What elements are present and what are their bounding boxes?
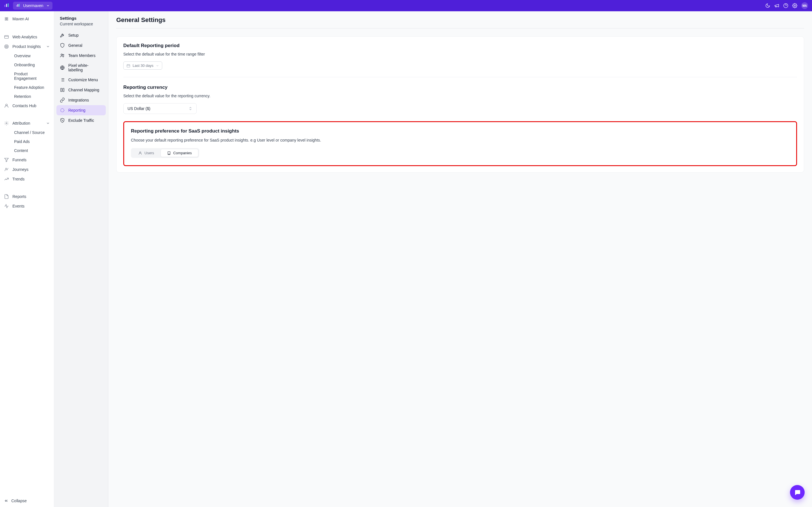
settings-card: Default Reporting period Select the defa… [116,36,804,173]
settings-item-general[interactable]: General [56,40,106,51]
sidebar-item-reports[interactable]: Reports [0,192,54,201]
sidebar-item-label: Web Analytics [12,35,37,39]
moon-icon [765,3,770,8]
sidebar-item-label: Funnels [12,158,26,162]
svg-point-17 [6,104,7,106]
wrench-icon [60,33,65,38]
sidebar-subitem-paid-ads[interactable]: Paid Ads [12,137,54,146]
settings-item-reporting[interactable]: Reporting [56,105,106,115]
reporting-preference-section: Reporting preference for SaaS product in… [123,121,797,166]
sidebar-item-attribution[interactable]: Attribution [0,118,54,128]
chat-icon [794,489,801,496]
settings-subtitle: Current workspace [56,22,106,30]
chevron-down-icon [46,4,50,7]
gear-icon [4,121,9,126]
settings-item-integrations[interactable]: Integrations [56,95,106,105]
settings-item-setup[interactable]: Setup [56,30,106,40]
settings-item-label: Channel Mapping [68,88,99,92]
chevron-down-icon [46,121,50,125]
reporting-period-value: Last 30 days [132,63,154,68]
app-logo [4,3,10,8]
sidebar-subitem-overview[interactable]: Overview [12,51,54,60]
settings-item-customize-menu[interactable]: Customize Menu [56,75,106,85]
preference-option-label: Companies [173,151,192,155]
settings-item-label: Setup [68,33,79,38]
preference-desc: Choose your default reporting preference… [131,138,790,143]
settings-item-exclude-traffic[interactable]: Exclude Traffic [56,115,106,125]
product-insights-submenu: Overview Onboarding Product Engagement F… [0,51,54,101]
settings-sidebar: Settings Current workspace Setup General… [54,11,108,507]
help-button[interactable] [783,3,788,8]
sidebar-item-label: Reports [12,194,26,199]
settings-item-channel-mapping[interactable]: Channel Mapping [56,85,106,95]
dotted-circle-icon [60,108,65,113]
people-icon [60,53,65,58]
svg-point-9 [6,19,7,19]
settings-item-team-members[interactable]: Team Members [56,51,106,61]
sidebar-item-contacts-hub[interactable]: Contacts Hub [0,101,54,111]
preference-toggle: Users Companies [131,148,199,158]
page-title: General Settings [116,16,804,24]
settings-item-label: Team Members [68,53,95,58]
list-icon [60,77,65,82]
sidebar-subitem-content[interactable]: Content [12,146,54,155]
preference-option-companies[interactable]: Companies [161,149,198,157]
chevron-down-icon [46,45,50,49]
megaphone-icon [774,3,779,8]
sidebar-subitem-feature-adoption[interactable]: Feature Adoption [12,83,54,92]
sidebar-item-product-insights[interactable]: Product Insights [0,42,54,51]
settings-title: Settings [56,15,106,22]
announcements-button[interactable] [774,3,779,8]
settings-item-label: Integrations [68,98,89,102]
currency-select[interactable]: US Dollar ($) [123,103,197,114]
reporting-period-heading: Default Reporting period [123,43,797,49]
user-icon [4,103,9,108]
svg-point-14 [4,45,8,49]
settings-item-label: Customize Menu [68,77,98,82]
svg-rect-30 [61,88,62,92]
workspace-switcher[interactable]: Usermaven [13,2,52,10]
svg-marker-19 [4,158,8,162]
sidebar-item-label: Journeys [12,167,29,172]
user-avatar[interactable]: MA [801,2,808,9]
theme-toggle[interactable] [765,3,770,8]
svg-rect-3 [16,5,17,7]
currency-desc: Select the default value for the reporti… [123,94,797,98]
chat-fab[interactable] [790,485,805,500]
route-icon [4,167,9,172]
currency-value: US Dollar ($) [127,106,150,111]
svg-point-32 [61,109,64,112]
attribution-submenu: Channel / Source Paid Ads Content [0,128,54,155]
browser-icon [4,35,9,40]
sidebar-subitem-channel-source[interactable]: Channel / Source [12,128,54,137]
svg-point-38 [140,152,141,153]
sidebar-item-events[interactable]: Events [0,201,54,211]
settings-item-label: General [68,43,83,48]
sidebar-subitem-onboarding[interactable]: Onboarding [12,60,54,69]
sidebar-item-label: Attribution [12,121,30,125]
sidebar-item-journeys[interactable]: Journeys [0,165,54,174]
sidebar-item-label: Events [12,204,24,208]
svg-rect-34 [127,64,130,67]
collapse-sidebar-button[interactable]: Collapse [4,499,50,503]
gear-icon [792,3,797,8]
sidebar-subitem-product-engagement[interactable]: Product Engagement [12,69,54,83]
currency-heading: Reporting currency [123,84,797,90]
sidebar-subitem-retention[interactable]: Retention [12,92,54,101]
sidebar-item-maven-ai[interactable]: Maven AI [0,14,54,24]
svg-rect-31 [63,88,64,92]
calendar-icon [126,64,130,68]
svg-rect-39 [168,152,170,155]
reporting-period-select[interactable]: Last 30 days [123,61,162,70]
divider [116,28,804,29]
sidebar-item-trends[interactable]: Trends [0,174,54,184]
settings-item-pixel-white-labelling[interactable]: Pixel white-labelling [56,61,106,75]
columns-icon [60,88,65,93]
settings-button[interactable] [792,3,797,8]
sidebar-item-web-analytics[interactable]: Web Analytics [0,32,54,42]
sidebar-item-label: Contacts Hub [12,104,37,108]
topbar-actions: MA [765,2,808,9]
pulse-icon [4,204,9,209]
sidebar-item-funnels[interactable]: Funnels [0,155,54,165]
preference-option-users[interactable]: Users [132,149,161,157]
